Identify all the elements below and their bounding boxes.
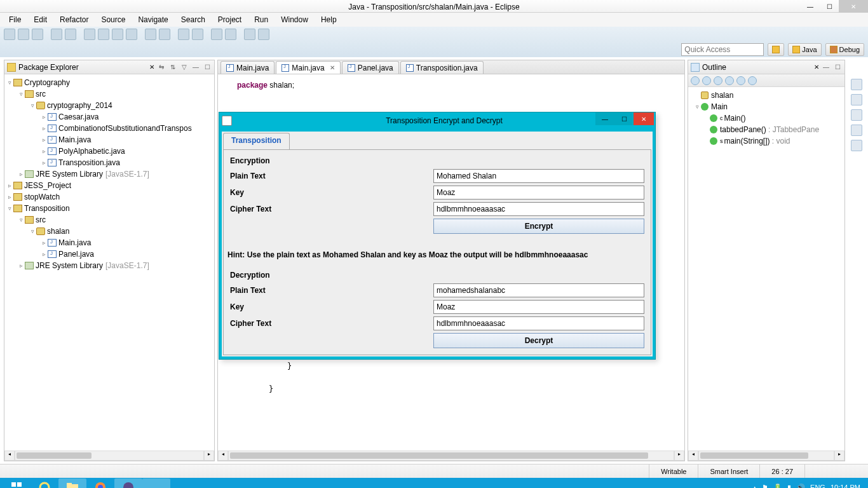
close-button[interactable]: ✕ (839, 0, 868, 13)
clock[interactable]: 10:14 PM (831, 484, 860, 488)
annotation-icon[interactable] (211, 29, 222, 40)
explorer-taskbar-icon[interactable] (58, 478, 86, 488)
minimize-view-icon[interactable]: — (191, 63, 200, 72)
print-icon[interactable] (51, 29, 62, 40)
dec-cipher-input[interactable] (433, 316, 644, 330)
menu-source[interactable]: Source (96, 14, 130, 25)
run-last-icon[interactable] (112, 29, 123, 40)
transposition-tab[interactable]: Transposition (223, 133, 290, 149)
eclipse-taskbar-icon[interactable] (114, 478, 142, 488)
outline-ctor[interactable]: cMain() (691, 112, 842, 124)
tree-file-panel[interactable]: ▹Panel.java (6, 248, 213, 260)
editor-tab-transposition[interactable]: Transposition.java (400, 61, 484, 74)
menu-search[interactable]: Search (176, 14, 210, 25)
new-package-icon[interactable] (145, 29, 156, 40)
tree-file-combo[interactable]: ▹CombinationofSubstitutionandTranspos (6, 123, 213, 134)
pkg-hscroll[interactable]: ◂ ▸ (4, 451, 214, 461)
outline-tab-close-icon[interactable]: ✕ (814, 64, 819, 71)
task-list-icon[interactable] (851, 79, 862, 90)
focus-icon[interactable] (748, 76, 757, 85)
new-class-icon[interactable] (159, 29, 170, 40)
tree-project-cryptography[interactable]: ▿Cryptography (6, 77, 213, 88)
tree-jre-cryptography[interactable]: ▹JRE System Library[JavaSE-1.7] (6, 168, 213, 180)
debug-perspective-button[interactable]: Debug (825, 43, 864, 56)
hide-local-icon[interactable] (736, 76, 745, 85)
save-all-icon[interactable] (32, 29, 43, 40)
minimized-view-icon[interactable] (851, 109, 862, 121)
menu-project[interactable]: Project (213, 14, 247, 25)
tab-close-icon[interactable]: ✕ (330, 64, 335, 71)
menu-refactor[interactable]: Refactor (55, 14, 93, 25)
tree-project-transposition[interactable]: ▿Transposition (6, 203, 213, 214)
open-perspective-button[interactable] (768, 43, 784, 56)
dec-plain-input[interactable] (433, 283, 644, 297)
tree-jre-transposition[interactable]: ▹JRE System Library[JavaSE-1.7] (6, 260, 213, 271)
debug-icon[interactable] (84, 29, 95, 40)
wifi-icon[interactable]: ▮ (787, 484, 791, 489)
menu-window[interactable]: Window (276, 14, 313, 25)
build-icon[interactable] (65, 29, 76, 40)
tree-src-transposition[interactable]: ▿src (6, 214, 213, 226)
hide-fields-icon[interactable] (702, 76, 711, 85)
maximize-button[interactable]: ☐ (820, 0, 839, 13)
outline-tabbed[interactable]: tabbedPane() : JTabbedPane (691, 124, 842, 135)
outline-main[interactable]: smain(String[]) : void (691, 135, 842, 147)
enc-cipher-input[interactable] (433, 202, 644, 216)
tree-pkg-cryptography2014[interactable]: ▿cryptography_2014 (6, 100, 213, 111)
java-perspective-button[interactable]: Java (788, 43, 821, 56)
tree-pkg-shalan[interactable]: ▿shalan (6, 226, 213, 237)
dialog-close-button[interactable]: ✕ (634, 112, 654, 125)
outline-package[interactable]: shalan (691, 90, 842, 101)
task-icon[interactable] (225, 29, 236, 40)
encrypt-button[interactable]: Encrypt (433, 219, 644, 234)
editor-tab-panel[interactable]: Panel.java (342, 61, 399, 74)
volume-icon[interactable]: 🔊 (796, 484, 805, 489)
forward-icon[interactable] (258, 29, 269, 40)
enc-key-input[interactable] (433, 186, 644, 200)
scroll-left-icon[interactable]: ◂ (4, 451, 15, 461)
editor-tab-main2[interactable]: Main.java✕ (276, 61, 340, 74)
start-button[interactable] (3, 478, 31, 488)
menu-edit[interactable]: Edit (29, 14, 52, 25)
scroll-right-icon[interactable]: ▸ (834, 451, 844, 461)
firefox-taskbar-icon[interactable] (86, 478, 114, 488)
scroll-left-icon[interactable]: ◂ (218, 451, 228, 461)
tree-file-main1[interactable]: ▹Main.java (6, 134, 213, 146)
minimized-view-icon[interactable] (851, 140, 862, 151)
maximize-view-icon[interactable]: ☐ (203, 63, 212, 72)
tree-file-poly[interactable]: ▹PolyAlphabetic.java (6, 146, 213, 157)
run-icon[interactable] (98, 29, 109, 40)
save-icon[interactable] (18, 29, 29, 40)
link-editor-icon[interactable]: ⇅ (168, 63, 177, 72)
dialog-titlebar[interactable]: Transposition Encrypt and Decrypt — ☐ ✕ (219, 112, 655, 129)
battery-icon[interactable]: 🔋 (773, 484, 782, 489)
menu-help[interactable]: Help (316, 14, 342, 25)
outline-minimize-icon[interactable]: — (822, 63, 831, 72)
open-type-icon[interactable] (178, 29, 189, 40)
tree-file-caesar[interactable]: ▹Caesar.java (6, 111, 213, 123)
dec-key-input[interactable] (433, 300, 644, 314)
decrypt-button[interactable]: Decrypt (433, 333, 644, 348)
scroll-right-icon[interactable]: ▸ (204, 451, 214, 461)
editor-tab-main1[interactable]: Main.java (220, 61, 275, 74)
java-app-taskbar-icon[interactable] (142, 478, 170, 488)
minimized-view-icon[interactable] (851, 125, 862, 136)
outline-maximize-icon[interactable]: ☐ (833, 63, 842, 72)
tray-arrow-icon[interactable]: ▴ (753, 484, 757, 489)
new-icon[interactable] (4, 29, 15, 40)
ie-taskbar-icon[interactable] (31, 478, 58, 488)
outline-hscroll[interactable]: ◂ ▸ (688, 451, 844, 461)
scroll-right-icon[interactable]: ▸ (674, 451, 684, 461)
launch-icon[interactable] (126, 29, 137, 40)
view-menu-icon[interactable]: ▽ (180, 63, 189, 72)
tree-src-cryptography[interactable]: ▿src (6, 88, 213, 100)
menu-navigate[interactable]: Navigate (133, 14, 173, 25)
hide-non-public-icon[interactable] (725, 76, 734, 85)
back-icon[interactable] (244, 29, 255, 40)
language-indicator[interactable]: ENG (810, 484, 825, 488)
pkg-tab-close-icon[interactable]: ✕ (149, 64, 154, 71)
scroll-left-icon[interactable]: ◂ (688, 451, 698, 461)
collapse-all-icon[interactable]: ⇆ (157, 63, 166, 72)
hide-static-icon[interactable] (714, 76, 722, 85)
minimized-view-icon[interactable] (851, 94, 862, 105)
